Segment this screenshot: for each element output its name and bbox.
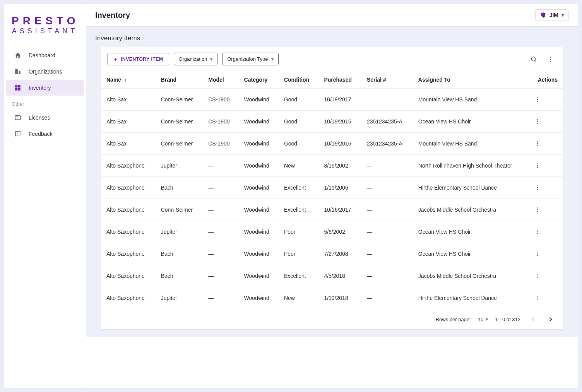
row-menu-button[interactable] — [534, 185, 558, 191]
cell-condition: Poor — [279, 221, 319, 243]
user-menu[interactable]: JIM ▾ — [535, 9, 569, 21]
add-inventory-button[interactable]: INVENTORY ITEM — [107, 53, 169, 65]
sidebar-item-label: Dashboard — [29, 52, 55, 58]
cell-condition: Good — [279, 89, 319, 111]
cell-condition: New — [279, 155, 319, 177]
row-menu-button[interactable] — [534, 118, 558, 125]
chevron-down-icon: ▾ — [210, 56, 212, 62]
svg-point-12 — [537, 143, 538, 144]
col-brand[interactable]: Brand — [156, 71, 203, 89]
cell-serial: — — [361, 89, 413, 111]
next-page-button[interactable] — [545, 314, 556, 325]
col-model[interactable]: Model — [203, 71, 238, 89]
cell-purchased: 4/5/2018 — [318, 265, 361, 287]
page-title: Inventory — [95, 11, 130, 20]
pagination-range: 1-10 of 312 — [495, 317, 520, 322]
sidebar-item-licenses[interactable]: Licenses — [6, 110, 84, 125]
row-menu-button[interactable] — [534, 207, 558, 213]
cell-brand: Bach — [156, 265, 203, 287]
cell-assigned: Hirthe Elementary School Dance — [413, 177, 529, 199]
filter-organization[interactable]: Organization ▾ — [174, 53, 218, 65]
svg-point-10 — [537, 123, 538, 124]
cell-name: Alto Saxophone — [101, 199, 156, 221]
cell-assigned: Ocean View HS Choir — [413, 221, 529, 243]
table-row[interactable]: Alto SaxConn-SelmerCS-1900WoodwindGood10… — [101, 111, 563, 133]
cell-serial: — — [361, 287, 413, 309]
cell-purchased: 1/19/2018 — [318, 287, 361, 309]
sidebar-item-feedback[interactable]: Feedback — [6, 126, 84, 142]
svg-point-28 — [537, 255, 538, 256]
chevron-down-icon: ▾ — [271, 56, 274, 62]
cell-condition: Good — [279, 111, 319, 133]
table-row[interactable]: Alto SaxophoneJupiter—WoodwindNew1/19/20… — [101, 287, 563, 309]
cell-category: Woodwind — [239, 243, 279, 265]
more-menu-button[interactable] — [544, 53, 557, 65]
chevron-right-icon — [547, 316, 554, 323]
row-menu-button[interactable] — [534, 229, 558, 235]
cell-name: Alto Saxophone — [101, 155, 156, 177]
cell-model: — — [203, 243, 238, 265]
cell-serial: — — [361, 155, 413, 177]
prev-page-button[interactable] — [527, 314, 538, 325]
sidebar-item-inventory[interactable]: Inventory — [6, 80, 84, 96]
table-row[interactable]: Alto SaxophoneBach—WoodwindPoor7/27/2008… — [101, 243, 563, 265]
svg-point-26 — [537, 252, 538, 252]
cell-assigned: Mountain View HS Band — [413, 133, 529, 155]
cell-assigned: North Rollinhaven High School Theater — [413, 155, 529, 177]
row-menu-button[interactable] — [534, 295, 558, 301]
table-row[interactable]: Alto SaxophoneBach—WoodwindExcellent1/19… — [101, 177, 563, 199]
more-vert-icon — [534, 295, 558, 301]
row-menu-button[interactable] — [534, 96, 558, 103]
table-row[interactable]: Alto SaxophoneBach—WoodwindExcellent4/5/… — [101, 265, 563, 287]
cell-brand: Conn-Selmer — [156, 133, 203, 155]
svg-point-15 — [537, 165, 538, 166]
cell-brand: Conn-Selmer — [156, 111, 203, 133]
cell-purchased: 10/16/2017 — [318, 199, 361, 221]
rows-per-page-select[interactable]: 10 ▾ — [478, 317, 488, 322]
svg-point-4 — [550, 60, 551, 62]
table-row[interactable]: Alto SaxophoneJupiter—WoodwindNew8/19/20… — [101, 155, 563, 177]
section-title: Inventory Items — [95, 34, 569, 42]
col-category[interactable]: Category — [239, 71, 279, 89]
building-icon — [14, 68, 22, 75]
svg-point-22 — [537, 211, 538, 212]
cell-purchased: 8/19/2002 — [318, 155, 361, 177]
col-actions: Actions — [529, 71, 563, 89]
table-row[interactable]: Alto SaxophoneJupiter—WoodwindPoor5/6/20… — [101, 221, 563, 243]
svg-point-13 — [537, 145, 538, 146]
brand-logo: PRESTO ASSISTANT — [4, 11, 86, 47]
cell-category: Woodwind — [239, 287, 279, 309]
cell-actions — [529, 243, 563, 265]
col-assigned[interactable]: Assigned To — [413, 71, 529, 89]
svg-point-33 — [537, 298, 538, 298]
cell-actions — [529, 199, 563, 221]
cell-serial: 2351234235-A — [361, 111, 413, 133]
row-menu-button[interactable] — [534, 273, 558, 279]
svg-rect-0 — [15, 116, 21, 120]
col-condition[interactable]: Condition — [279, 71, 319, 89]
cell-model: — — [203, 155, 238, 177]
col-serial[interactable]: Serial # — [361, 71, 413, 89]
inventory-card: INVENTORY ITEM Organization ▾ Organizati… — [101, 47, 563, 330]
svg-point-9 — [537, 121, 538, 122]
sidebar-item-label: Inventory — [29, 85, 51, 91]
brand-subtitle: ASSISTANT — [12, 27, 78, 35]
svg-point-27 — [537, 253, 538, 254]
sidebar-item-dashboard[interactable]: Dashboard — [6, 48, 84, 63]
row-menu-button[interactable] — [534, 140, 558, 147]
sidebar-item-organizations[interactable]: Organizations — [6, 64, 84, 79]
chevron-down-icon: ▾ — [561, 12, 564, 18]
cell-brand: Conn-Selmer — [156, 89, 203, 111]
cell-assigned: Jacobs Middle School Orchestra — [413, 199, 529, 221]
table-row[interactable]: Alto SaxConn-SelmerCS-1900WoodwindGood10… — [101, 89, 563, 111]
search-button[interactable] — [527, 53, 540, 65]
table-row[interactable]: Alto SaxophoneConn-Selmer—WoodwindExcell… — [101, 199, 563, 221]
col-name[interactable]: Name ↑ — [101, 71, 156, 89]
table-row[interactable]: Alto SaxConn-SelmerCS-1900WoodwindGood10… — [101, 133, 563, 155]
subheader: Inventory Items INVENTORY ITEM Organizat… — [86, 27, 578, 337]
col-purchased[interactable]: Purchased — [318, 71, 361, 89]
row-menu-button[interactable] — [534, 163, 558, 169]
rows-per-page-label: Rows per page: — [436, 317, 471, 322]
filter-organization-type[interactable]: Organization Type ▾ — [222, 53, 278, 65]
row-menu-button[interactable] — [534, 251, 558, 257]
